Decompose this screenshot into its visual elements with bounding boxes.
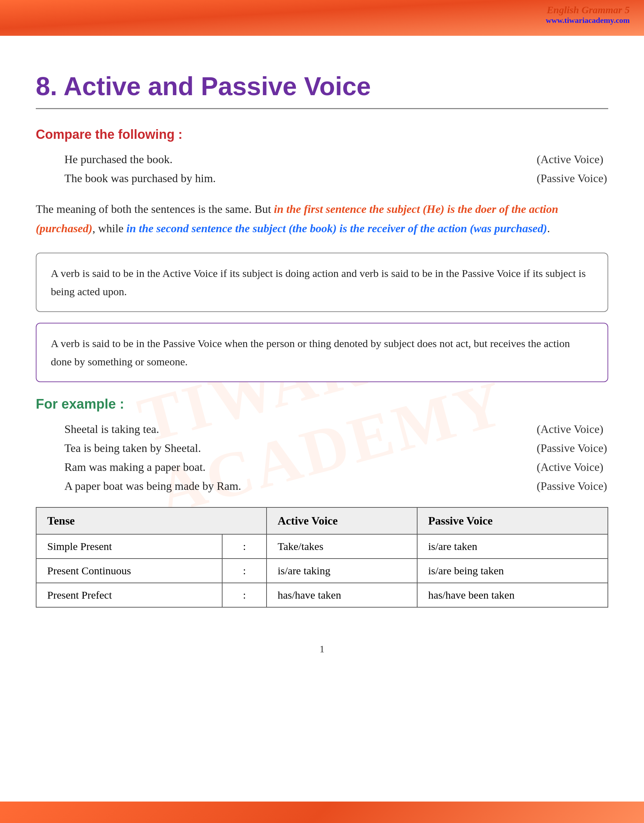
description-paragraph: The meaning of both the sentences is the… bbox=[36, 199, 608, 238]
compare-sentence-1: He purchased the book. bbox=[64, 153, 508, 166]
tense-3: Present Prefect bbox=[36, 583, 222, 607]
passive-1: is/are taken bbox=[417, 534, 608, 559]
info-box-2: A verb is said to be in the Passive Voic… bbox=[36, 323, 608, 382]
example-row-4: A paper boat was being made by Ram. (Pas… bbox=[64, 480, 608, 493]
table-header-tense: Tense bbox=[36, 507, 267, 534]
desc-end: . bbox=[547, 222, 550, 235]
colon-3: : bbox=[222, 583, 267, 607]
compare-examples: He purchased the book. (Active Voice) Th… bbox=[36, 153, 608, 185]
compare-heading: Compare the following : bbox=[36, 127, 608, 142]
example-row-1: Sheetal is taking tea. (Active Voice) bbox=[64, 423, 608, 436]
table-header-row: Tense Active Voice Passive Voice bbox=[36, 507, 608, 534]
compare-label-2: (Passive Voice) bbox=[508, 172, 608, 185]
header-website: www.tiwariacademy.com bbox=[546, 16, 630, 25]
passive-2: is/are being taken bbox=[417, 559, 608, 583]
example-label-2: (Passive Voice) bbox=[508, 441, 608, 455]
desc-intro: The meaning of both the sentences is the… bbox=[36, 202, 274, 215]
passive-3: has/have been taken bbox=[417, 583, 608, 607]
info-box-1: A verb is said to be in the Active Voice… bbox=[36, 253, 608, 312]
table-header-passive: Passive Voice bbox=[417, 507, 608, 534]
colon-2: : bbox=[222, 559, 267, 583]
desc-middle: , while bbox=[92, 222, 126, 235]
chapter-title: 8. Active and Passive Voice bbox=[36, 72, 608, 101]
active-3: has/have taken bbox=[267, 583, 417, 607]
header-overlay: English Grammar 5 www.tiwariacademy.com bbox=[0, 0, 644, 36]
example-sentence-4: A paper boat was being made by Ram. bbox=[64, 480, 508, 493]
colon-1: : bbox=[222, 534, 267, 559]
compare-row-1: He purchased the book. (Active Voice) bbox=[64, 153, 608, 166]
header-title: English Grammar 5 bbox=[546, 4, 630, 16]
example-label-3: (Active Voice) bbox=[508, 461, 608, 474]
table-row: Present Continuous : is/are taking is/ar… bbox=[36, 559, 608, 583]
example-row-3: Ram was making a paper boat. (Active Voi… bbox=[64, 461, 608, 474]
example-examples: Sheetal is taking tea. (Active Voice) Te… bbox=[36, 423, 608, 493]
desc-highlight2: in the second sentence the subject (the … bbox=[126, 222, 547, 235]
page-number: 1 bbox=[0, 636, 644, 669]
top-gradient-bar: English Grammar 5 www.tiwariacademy.com bbox=[0, 0, 644, 36]
example-label-4: (Passive Voice) bbox=[508, 480, 608, 493]
compare-sentence-2: The book was purchased by him. bbox=[64, 172, 508, 185]
info-box-2-text: A verb is said to be in the Passive Voic… bbox=[51, 337, 570, 368]
info-box-1-text: A verb is said to be in the Active Voice… bbox=[51, 267, 586, 297]
bottom-gradient-bar bbox=[0, 802, 644, 823]
active-1: Take/takes bbox=[267, 534, 417, 559]
example-row-2: Tea is being taken by Sheetal. (Passive … bbox=[64, 441, 608, 455]
example-sentence-3: Ram was making a paper boat. bbox=[64, 461, 508, 474]
for-example-heading: For example : bbox=[36, 397, 608, 412]
example-sentence-1: Sheetal is taking tea. bbox=[64, 423, 508, 436]
active-2: is/are taking bbox=[267, 559, 417, 583]
header-text-block: English Grammar 5 www.tiwariacademy.com bbox=[546, 4, 630, 25]
example-sentence-2: Tea is being taken by Sheetal. bbox=[64, 441, 508, 455]
tense-1: Simple Present bbox=[36, 534, 222, 559]
example-label-1: (Active Voice) bbox=[508, 423, 608, 436]
compare-label-1: (Active Voice) bbox=[508, 153, 608, 166]
compare-row-2: The book was purchased by him. (Passive … bbox=[64, 172, 608, 185]
table-row: Present Prefect : has/have taken has/hav… bbox=[36, 583, 608, 607]
table-row: Simple Present : Take/takes is/are taken bbox=[36, 534, 608, 559]
tense-2: Present Continuous bbox=[36, 559, 222, 583]
grammar-table: Tense Active Voice Passive Voice Simple … bbox=[36, 507, 608, 608]
table-header-active: Active Voice bbox=[267, 507, 417, 534]
main-content: 8. Active and Passive Voice Compare the … bbox=[0, 36, 644, 636]
chapter-divider bbox=[36, 108, 608, 109]
